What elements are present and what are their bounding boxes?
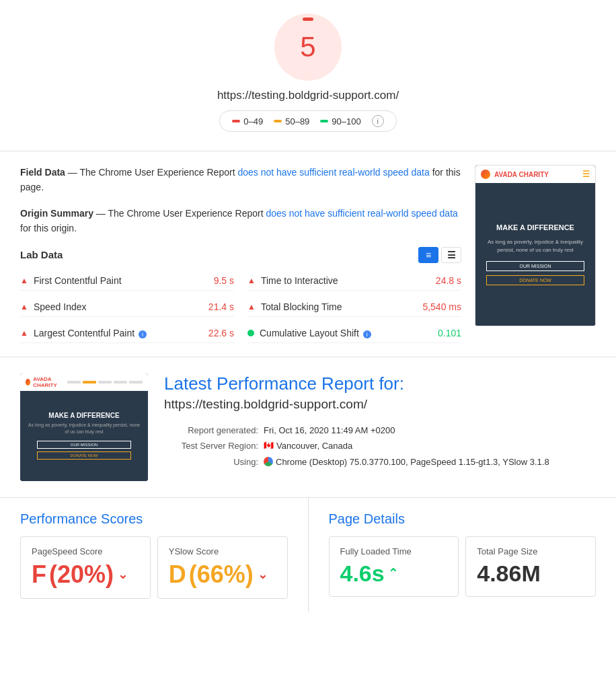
meta-region-label: Test Server Region: xyxy=(164,438,258,454)
metric-value-si: 21.4 s xyxy=(208,301,234,312)
rpt-subtitle: As long as poverty, injustice & inequali… xyxy=(26,422,143,435)
details-cards: Fully Loaded Time 4.6s ⌃ Total Page Size… xyxy=(329,536,596,597)
metric-value-lcp: 22.6 s xyxy=(208,328,234,338)
rpt-btn-mission: OUR MISSION xyxy=(37,441,130,449)
performance-scores-title: Performance Scores xyxy=(20,511,288,527)
rpt-buttons: OUR MISSION DONATE NOW xyxy=(37,441,130,460)
metric-row-lcp: ▲ Largest Contentful Paint i 22.6 s xyxy=(20,324,234,343)
rpt-btn-donate: DONATE NOW xyxy=(37,451,130,460)
legend-range3: 90–100 xyxy=(332,116,360,126)
metric-icon-si: ▲ xyxy=(20,302,28,312)
site-nav-icon: ☰ xyxy=(582,170,590,179)
screenshot-subtext: As long as poverty, injustice & inequali… xyxy=(486,238,584,254)
canada-flag-icon: 🇨🇦 xyxy=(264,439,274,454)
page-details-title: Page Details xyxy=(329,511,596,527)
screenshot-frame: AVADA CHARITY ☰ MAKE A DIFFERENCE As lon… xyxy=(475,165,596,326)
lab-data-title: Lab Data xyxy=(20,249,63,260)
lab-data-toggle: ≡ ☰ xyxy=(418,247,461,263)
scores-section: Performance Scores PageSpeed Score F (20… xyxy=(0,498,616,612)
origin-summary-text1: — The Chrome User Experience Report xyxy=(96,208,264,219)
origin-summary-label: Origin Summary xyxy=(20,208,93,219)
field-data-block: Field Data — The Chrome User Experience … xyxy=(20,165,461,195)
page-size-number: 4.86M xyxy=(477,560,541,587)
report-screenshot: AVADA CHARITY MAKE A DIFFERENCE As long … xyxy=(20,373,148,481)
yslow-card: YSlow Score D (66%) ⌄ xyxy=(157,536,288,599)
metric-value-tti: 24.8 s xyxy=(436,275,461,286)
legend-info-button[interactable]: i xyxy=(372,115,384,127)
score-circle: 5 xyxy=(274,13,342,81)
metric-name-tbt: Total Blocking Time xyxy=(261,301,418,312)
cls-info-icon[interactable]: i xyxy=(363,330,371,338)
report-url: https://testing.boldgrid-support.com/ xyxy=(164,397,596,412)
rpt-logo-icon xyxy=(26,379,30,386)
loaded-time-number: 4.6s xyxy=(340,560,385,587)
metric-row-cls: Cumulative Layout Shift i 0.101 xyxy=(247,324,461,343)
yslow-trend-icon: ⌄ xyxy=(258,567,268,582)
lab-data-header: Lab Data ≡ ☰ xyxy=(20,247,461,263)
metric-value-fcp: 9.5 s xyxy=(214,275,234,286)
yslow-value: D (66%) ⌄ xyxy=(169,560,276,589)
metric-row-tbt: ▲ Total Blocking Time 5,540 ms xyxy=(247,297,461,317)
pagespeed-letter: F xyxy=(32,560,46,589)
meta-using: Using: Chrome (Desktop) 75.0.3770.100, P… xyxy=(164,454,596,470)
metric-icon-tbt: ▲ xyxy=(247,302,256,312)
meta-region-value: 🇨🇦 Vancouver, Canada xyxy=(264,438,352,454)
meta-region: Test Server Region: 🇨🇦 Vancouver, Canada xyxy=(164,438,596,454)
rpt-headline: MAKE A DIFFERENCE xyxy=(48,412,119,419)
middle-section: Field Data — The Chrome User Experience … xyxy=(0,151,616,357)
metric-icon-cls xyxy=(247,330,254,336)
metric-icon-tti: ▲ xyxy=(247,276,256,285)
rpt-header: AVADA CHARITY xyxy=(20,373,148,391)
pagespeed-pct: (20%) xyxy=(49,560,114,589)
page-size-value: 4.86M xyxy=(477,560,584,587)
screenshot-header: AVADA CHARITY ☰ xyxy=(475,166,595,183)
page-size-label: Total Page Size xyxy=(477,546,584,556)
loaded-time-card: Fully Loaded Time 4.6s ⌃ xyxy=(329,536,459,597)
chrome-icon xyxy=(264,457,273,466)
rpt-site-name: AVADA CHARITY xyxy=(33,376,65,388)
metric-value-tbt: 5,540 ms xyxy=(422,301,461,312)
scores-cards: PageSpeed Score F (20%) ⌄ YSlow Score D … xyxy=(20,536,288,599)
screenshot-panel: AVADA CHARITY ☰ MAKE A DIFFERENCE As lon… xyxy=(475,165,596,343)
legend-red: 0–49 xyxy=(232,116,263,126)
left-content: Field Data — The Chrome User Experience … xyxy=(20,165,461,343)
toggle-list-btn[interactable]: ≡ xyxy=(418,247,438,263)
metric-value-cls: 0.101 xyxy=(438,328,461,338)
meta-using-label: Using: xyxy=(164,454,258,470)
yslow-letter: D xyxy=(169,560,186,589)
field-data-text1: — The Chrome User Experience Report xyxy=(68,167,235,178)
metric-name-cls: Cumulative Layout Shift i xyxy=(260,328,432,338)
origin-summary-link[interactable]: does not have sufficient real-world spee… xyxy=(266,208,457,219)
metric-row-tti: ▲ Time to Interactive 24.8 s xyxy=(247,271,461,291)
using-text: Chrome (Desktop) 75.0.3770.100, PageSpee… xyxy=(276,454,549,470)
loaded-time-label: Fully Loaded Time xyxy=(340,546,448,556)
legend-orange: 50–89 xyxy=(274,116,309,126)
lab-data-section: Lab Data ≡ ☰ ▲ First Contentful Paint 9.… xyxy=(20,247,461,343)
rpt-body: MAKE A DIFFERENCE As long as poverty, in… xyxy=(20,391,148,481)
metric-name-lcp: Largest Contentful Paint i xyxy=(34,328,203,338)
legend-range2: 50–89 xyxy=(285,116,309,126)
top-section: 5 https://testing.boldgrid-support.com/ … xyxy=(0,0,616,151)
yslow-label: YSlow Score xyxy=(169,546,276,556)
site-name-label: AVADA CHARITY xyxy=(494,171,549,178)
metric-icon-fcp: ▲ xyxy=(20,276,28,285)
screenshot-headline: MAKE A DIFFERENCE xyxy=(496,223,574,231)
toggle-grid-btn[interactable]: ☰ xyxy=(441,247,461,263)
metrics-grid: ▲ First Contentful Paint 9.5 s ▲ Time to… xyxy=(20,271,461,343)
pagespeed-card: PageSpeed Score F (20%) ⌄ xyxy=(20,536,151,599)
meta-generated-label: Report generated: xyxy=(164,423,258,438)
metric-row-fcp: ▲ First Contentful Paint 9.5 s xyxy=(20,271,234,291)
loaded-time-value: 4.6s ⌃ xyxy=(340,560,448,587)
field-data-link[interactable]: does not have sufficient real-world spee… xyxy=(237,167,429,178)
lcp-info-icon[interactable]: i xyxy=(139,330,147,338)
screenshot-btn-donate: DONATE NOW xyxy=(486,275,584,285)
report-meta: Report generated: Fri, Oct 16, 2020 11:4… xyxy=(164,423,596,470)
page-details-panel: Page Details Fully Loaded Time 4.6s ⌃ To… xyxy=(309,498,617,612)
screenshot-content: MAKE A DIFFERENCE As long as poverty, in… xyxy=(475,183,595,326)
metric-name-tti: Time to Interactive xyxy=(261,275,430,286)
rpt-nav xyxy=(67,381,143,384)
report-title: Latest Performance Report for: xyxy=(164,373,596,394)
metric-row-si: ▲ Speed Index 21.4 s xyxy=(20,297,234,317)
report-section: AVADA CHARITY MAKE A DIFFERENCE As long … xyxy=(0,357,616,498)
screenshot-buttons: OUR MISSION DONATE NOW xyxy=(486,261,584,285)
